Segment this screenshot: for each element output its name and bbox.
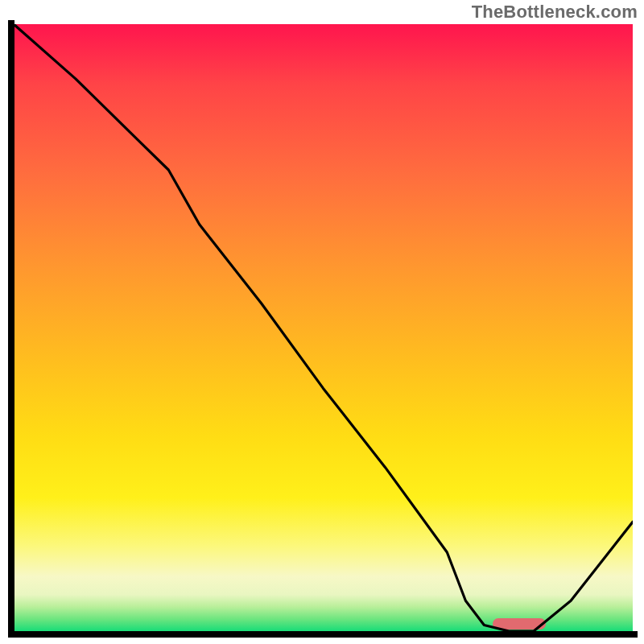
chart-canvas: TheBottleneck.com <box>0 0 644 644</box>
x-axis-line <box>8 631 638 638</box>
bottleneck-curve <box>14 24 633 631</box>
y-axis-line <box>8 20 14 636</box>
watermark-text: TheBottleneck.com <box>472 2 638 23</box>
plot-area <box>14 24 633 631</box>
